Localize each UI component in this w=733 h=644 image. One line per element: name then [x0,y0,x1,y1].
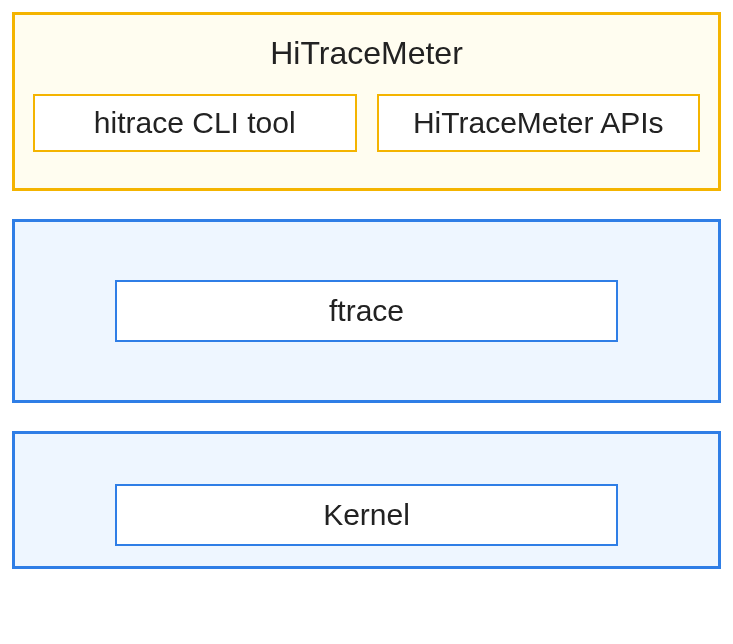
kernel-box: Kernel [115,484,618,546]
hitracemeter-apis-box: HiTraceMeter APIs [377,94,701,152]
hitracemeter-title: HiTraceMeter [33,29,700,94]
ftrace-block: ftrace [12,219,721,403]
hitrace-cli-tool-box: hitrace CLI tool [33,94,357,152]
ftrace-box: ftrace [115,280,618,342]
hitracemeter-row: hitrace CLI tool HiTraceMeter APIs [33,94,700,152]
hitracemeter-block: HiTraceMeter hitrace CLI tool HiTraceMet… [12,12,721,191]
kernel-block: Kernel [12,431,721,569]
